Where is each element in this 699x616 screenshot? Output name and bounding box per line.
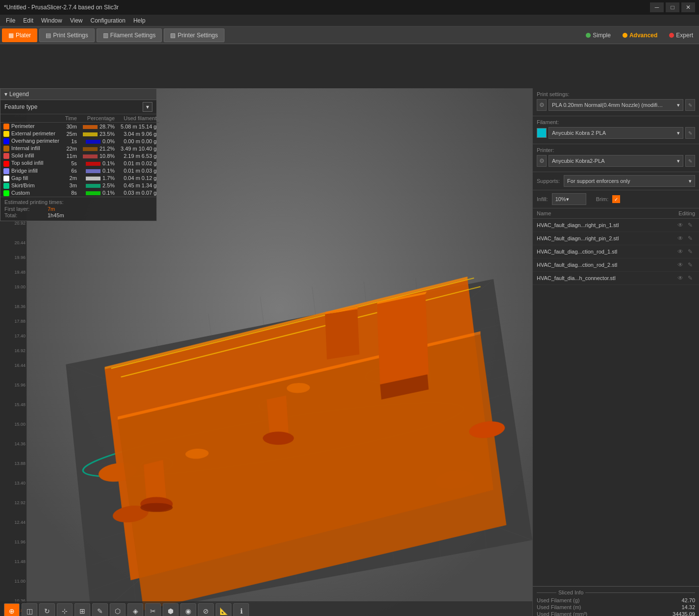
object-list-item[interactable]: HVAC_fault_diag...ction_rod_1.stl 👁 ✎ xyxy=(533,245,699,258)
object-visibility-icon[interactable]: 👁 xyxy=(675,273,685,283)
minimize-button[interactable]: ─ xyxy=(650,2,664,12)
object-name: HVAC_fault_dia...h_connector.stl xyxy=(537,275,675,281)
menu-view[interactable]: View xyxy=(66,16,87,25)
print-settings-gear[interactable]: ⚙ xyxy=(537,99,547,111)
print-settings-input[interactable]: PLA 0.20mm Normal(0.4mm Nozzle) (modifie… xyxy=(549,99,683,111)
object-edit-icon[interactable]: ✎ xyxy=(685,220,695,230)
object-name: HVAC_fault_diag...ction_rod_2.stl xyxy=(537,262,675,268)
sliced-info-section: Sliced Info Used Filament (g) 42.70 Used… xyxy=(533,586,699,616)
toolbar-cut-icon[interactable]: ✂ xyxy=(145,603,161,616)
print-settings-value: PLA 0.20mm Normal(0.4mm Nozzle) (modifie… xyxy=(552,102,665,108)
filament-value: Anycubic Kobra 2 PLA xyxy=(552,130,606,136)
mode-simple[interactable]: Simple xyxy=(582,31,615,40)
legend-row-filament: 0.45 m 1.34 g xyxy=(118,182,159,189)
menu-configuration[interactable]: Configuration xyxy=(87,16,129,25)
legend-row-time: 1s xyxy=(62,137,80,145)
printer-edit[interactable]: ✎ xyxy=(685,155,695,167)
legend-table: Time Percentage Used filament Perimeter … xyxy=(0,114,159,197)
object-visibility-icon[interactable]: 👁 xyxy=(675,247,685,257)
feature-type-dropdown[interactable]: ▾ xyxy=(143,102,152,112)
mode-expert[interactable]: Expert xyxy=(665,31,697,40)
main-toolbar: ▦ Plater ▤ Print Settings ▥ Filament Set… xyxy=(0,26,699,44)
icon-toolbar: ⊕ ◫ ↻ ⊹ ⊞ ✎ ⬡ ◈ ✂ ⬢ ◉ ⊘ 📐 ℹ xyxy=(0,601,532,616)
mode-advanced[interactable]: Advanced xyxy=(619,31,661,40)
supports-value: For support enforcers only xyxy=(567,178,630,184)
infill-brim-row: Infill: 10% ▾ Brim: ✓ xyxy=(537,193,695,205)
legend-row-pct: 10.8% xyxy=(80,152,118,159)
infill-select[interactable]: 10% ▾ xyxy=(552,193,586,205)
sliced-info-title: Sliced Info xyxy=(537,590,695,595)
object-list-item[interactable]: HVAC_fault_diag...ction_rod_2.stl 👁 ✎ xyxy=(533,258,699,272)
legend-row-filament: 0.03 m 0.07 g xyxy=(118,189,159,197)
legend-row: Gap fill 2m 1.7% 0.04 m 0.12 g xyxy=(0,175,159,182)
object-edit-icon[interactable]: ✎ xyxy=(685,233,695,243)
menu-file[interactable]: File xyxy=(2,16,19,25)
printer-input[interactable]: Anycubic Kobra2-PLA ▾ xyxy=(549,155,683,167)
toolbar-paint-icon[interactable]: ✎ xyxy=(92,603,108,616)
toolbar-scale-icon[interactable]: ⊹ xyxy=(57,603,73,616)
legend-row-pct: 0.1% xyxy=(80,167,118,175)
filament-color-swatch[interactable] xyxy=(537,128,547,138)
toolbar-wipe-icon[interactable]: ⊘ xyxy=(198,603,214,616)
menu-window[interactable]: Window xyxy=(37,16,66,25)
timing-info: Estimated printing times: First layer: 7… xyxy=(0,197,156,221)
viewport-area[interactable]: 26.68 (166) 26.68 25.80 24.92 24.44 23.4… xyxy=(0,88,532,616)
menu-edit[interactable]: Edit xyxy=(19,16,37,25)
printer-row: ⚙ Anycubic Kobra2-PLA ▾ ✎ xyxy=(537,155,695,167)
toolbar-measure-icon[interactable]: 📐 xyxy=(216,603,231,616)
object-edit-icon[interactable]: ✎ xyxy=(685,260,695,270)
legend-row-name: Top solid infill xyxy=(0,159,62,167)
print-settings-icon: ▤ xyxy=(46,32,51,39)
object-edit-icon[interactable]: ✎ xyxy=(685,273,695,283)
legend-row-time: 11m xyxy=(62,152,80,159)
print-settings-row: ⚙ PLA 0.20mm Normal(0.4mm Nozzle) (modif… xyxy=(537,99,695,111)
brim-checkbox[interactable]: ✓ xyxy=(612,195,620,203)
toolbar-height-icon[interactable]: ⬢ xyxy=(163,603,178,616)
tab-filament-settings[interactable]: ▥ Filament Settings xyxy=(97,28,162,42)
legend-row: Perimeter 30m 28.7% 5.08 m 15.14 g xyxy=(0,123,159,130)
object-visibility-icon[interactable]: 👁 xyxy=(675,260,685,270)
print-settings-edit[interactable]: ✎ xyxy=(685,99,695,111)
toolbar-move-icon[interactable]: ⊕ xyxy=(4,603,20,616)
object-list-item[interactable]: HVAC_fault_dia...h_connector.stl 👁 ✎ xyxy=(533,272,699,285)
menu-help[interactable]: Help xyxy=(129,16,150,25)
toolbar-layers-icon[interactable]: ◫ xyxy=(22,603,37,616)
objects-header: Name Editing xyxy=(533,208,699,219)
object-visibility-icon[interactable]: 👁 xyxy=(675,220,685,230)
legend-row-filament: 0.04 m 0.12 g xyxy=(118,175,159,182)
object-edit-icon[interactable]: ✎ xyxy=(685,247,695,257)
advanced-dot xyxy=(623,33,627,38)
tab-plater[interactable]: ▦ Plater xyxy=(2,28,37,42)
filament-input[interactable]: Anycubic Kobra 2 PLA ▾ xyxy=(549,127,683,139)
tab-printer-settings[interactable]: ▨ Printer Settings xyxy=(164,28,224,42)
used-filament-mm3-value: 34435.09 xyxy=(673,611,695,616)
toolbar-mirror-icon[interactable]: ⊞ xyxy=(75,603,90,616)
legend-row: Top solid infill 5s 0.1% 0.01 m 0.02 g xyxy=(0,159,159,167)
tab-print-settings[interactable]: ▤ Print Settings xyxy=(39,28,94,42)
object-list-item[interactable]: HVAC_fault_diagn...right_pin_2.stl 👁 ✎ xyxy=(533,232,699,245)
toolbar-support-icon[interactable]: ⬡ xyxy=(110,603,125,616)
legend-toggle-icon[interactable]: ▾ xyxy=(4,91,7,98)
printer-gear[interactable]: ⚙ xyxy=(537,155,547,167)
supports-chevron-icon: ▾ xyxy=(689,178,692,184)
supports-section: Supports: For support enforcers only ▾ xyxy=(533,172,699,190)
maximize-button[interactable]: □ xyxy=(666,2,679,12)
legend-row-name: Custom xyxy=(0,189,62,197)
legend-row-name: Overhang perimeter xyxy=(0,137,62,145)
object-list-item[interactable]: HVAC_fault_diagn...right_pin_1.stl 👁 ✎ xyxy=(533,219,699,232)
used-filament-g-value: 42.70 xyxy=(681,597,695,603)
feature-type-label: Feature type xyxy=(4,103,37,110)
legend-row-filament: 0.01 m 0.02 g xyxy=(118,159,159,167)
legend-row-time: 2m xyxy=(62,175,80,182)
toolbar-info-icon[interactable]: ℹ xyxy=(233,603,249,616)
right-panel: Print settings: ⚙ PLA 0.20mm Normal(0.4m… xyxy=(532,88,699,616)
close-button[interactable]: ✕ xyxy=(681,2,695,12)
svg-marker-46 xyxy=(325,309,359,359)
toolbar-rotate-icon[interactable]: ↻ xyxy=(39,603,55,616)
object-visibility-icon[interactable]: 👁 xyxy=(675,233,685,243)
supports-select[interactable]: For support enforcers only ▾ xyxy=(564,175,695,187)
filament-edit[interactable]: ✎ xyxy=(685,127,695,139)
legend-row-time: 6s xyxy=(62,167,80,175)
toolbar-seam-icon[interactable]: ◉ xyxy=(180,603,196,616)
toolbar-mesh-icon[interactable]: ◈ xyxy=(127,603,143,616)
